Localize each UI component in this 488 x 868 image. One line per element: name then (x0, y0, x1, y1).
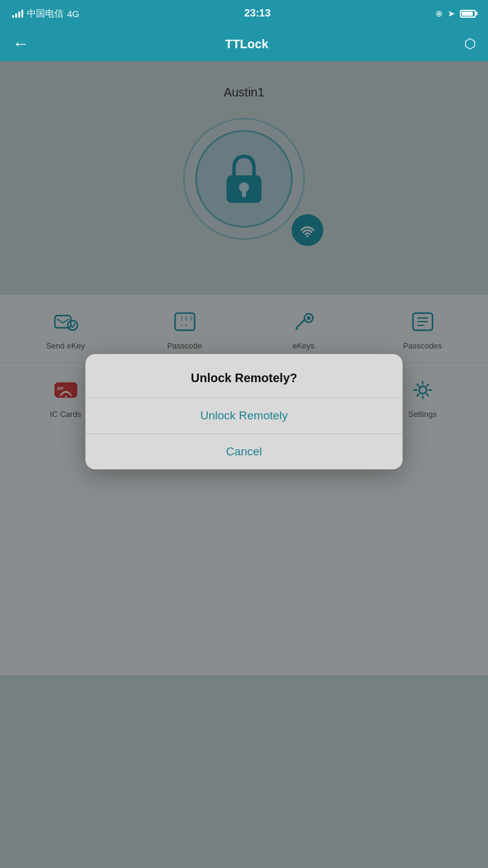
status-time: 23:13 (244, 7, 270, 20)
dialog-title: Unlock Remotely? (85, 354, 403, 397)
location-icon: ➤ (448, 9, 455, 18)
status-bar: 中国电信 4G 23:13 ⊕ ➤ (0, 0, 488, 27)
settings-icon[interactable]: ⬡ (464, 36, 476, 52)
network-label: 4G (67, 9, 79, 19)
back-button[interactable]: ← (12, 35, 29, 52)
carrier-label: 中国电信 (27, 8, 63, 20)
battery-icon (460, 10, 476, 18)
main-content: Austin1 (0, 61, 488, 868)
unlock-remotely-button[interactable]: Unlock Remotely (85, 398, 403, 433)
status-left: 中国电信 4G (12, 8, 79, 20)
signal-icon (12, 9, 23, 18)
nav-title: TTLock (225, 37, 268, 51)
cancel-button[interactable]: Cancel (85, 434, 403, 469)
lock-icon: ⊕ (436, 9, 443, 18)
status-right: ⊕ ➤ (436, 9, 476, 18)
nav-bar: ← TTLock ⬡ (0, 27, 488, 61)
unlock-remotely-dialog: Unlock Remotely? Unlock Remotely Cancel (85, 354, 403, 469)
